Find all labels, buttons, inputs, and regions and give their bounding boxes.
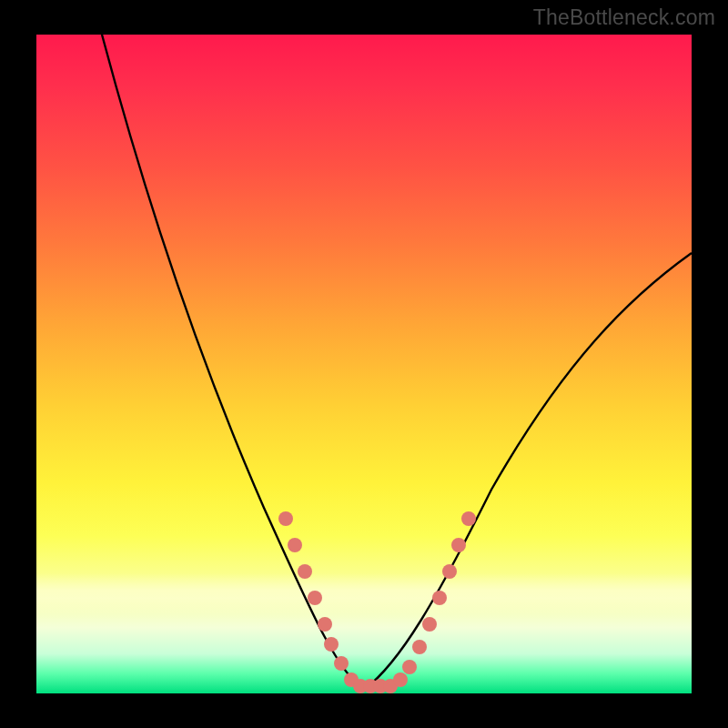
svg-point-16	[432, 591, 447, 605]
svg-point-4	[318, 617, 332, 632]
watermark-text: TheBottleneck.com	[533, 5, 715, 30]
svg-point-12	[393, 672, 408, 687]
svg-point-17	[442, 564, 457, 579]
svg-point-13	[402, 660, 417, 674]
svg-point-1	[288, 538, 302, 552]
svg-point-15	[422, 617, 437, 632]
chart-curves	[36, 35, 692, 693]
plot-area	[36, 35, 692, 693]
svg-point-0	[278, 511, 293, 526]
right-curve	[364, 253, 692, 690]
svg-point-3	[308, 591, 322, 605]
svg-point-5	[324, 637, 339, 652]
svg-point-2	[298, 564, 312, 579]
svg-point-14	[412, 640, 427, 654]
svg-point-6	[334, 656, 349, 671]
svg-point-18	[451, 538, 466, 552]
left-curve	[102, 35, 364, 690]
chart-frame: TheBottleneck.com	[0, 0, 728, 728]
svg-point-19	[461, 511, 476, 526]
